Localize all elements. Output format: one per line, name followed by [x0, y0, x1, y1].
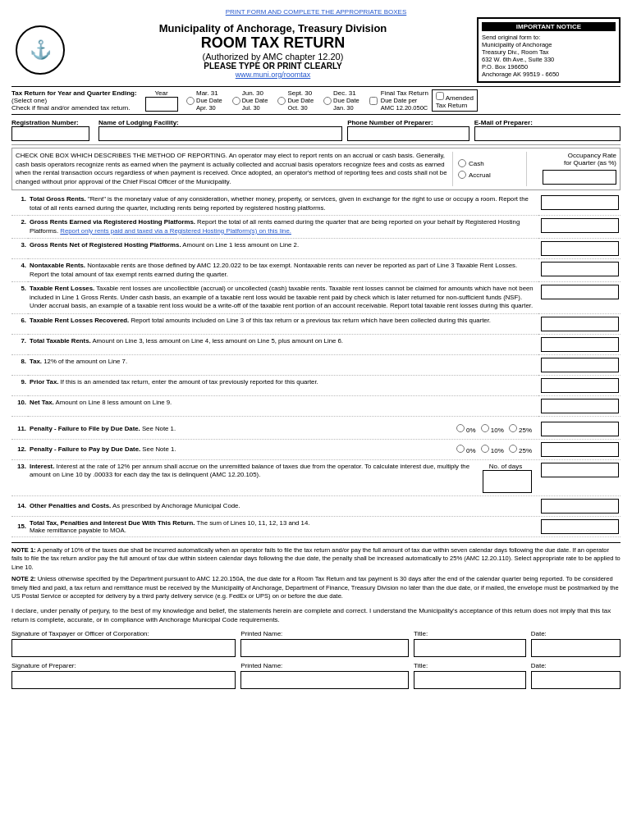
sig2-printed-input[interactable] [240, 671, 409, 689]
line-9-text: If this is an amended tax return, enter … [61, 378, 318, 386]
line-2-title: Gross Rents Earned via Registered Hostin… [30, 218, 195, 226]
quarter-mar-radio[interactable] [186, 97, 195, 105]
line-10-text: Amount on Line 8 less amount on Line 9. [56, 399, 172, 406]
line-4-input[interactable] [541, 262, 619, 276]
sig1-title-input[interactable] [414, 639, 526, 657]
line-14-input[interactable] [541, 499, 619, 514]
line-1-input[interactable] [541, 195, 619, 210]
sig2-title-input[interactable] [414, 671, 526, 689]
sig2-signature-input[interactable] [11, 671, 236, 689]
line-10-row: 10. Net Tax. Amount on Line 8 less amoun… [11, 395, 621, 416]
no-of-days-input[interactable] [483, 470, 532, 493]
title-line1: Municipality of Anchorage, Treasury Divi… [69, 22, 477, 34]
note1-paragraph: NOTE 1: A penalty of 10% of the taxes du… [11, 546, 621, 573]
penalty-11-input[interactable] [541, 422, 619, 436]
occupancy-input[interactable] [543, 170, 616, 185]
email-input[interactable] [474, 126, 621, 141]
penalty-11-25-radio[interactable] [509, 424, 517, 432]
line-9-input[interactable] [541, 378, 619, 393]
lodging-label: Name of Lodging Facility: [98, 119, 342, 126]
notes-section: NOTE 1: A penalty of 10% of the taxes du… [11, 542, 621, 601]
line-9-num: 9. [11, 375, 28, 395]
line-9-row: 9. Prior Tax. If this is an amended tax … [11, 375, 621, 395]
penalty-12-text: See Note 1. [142, 445, 176, 453]
amended-checkbox[interactable] [436, 92, 444, 100]
reg-number-label: Registration Number: [11, 119, 94, 126]
line-9-desc: Prior Tax. If this is an amended tax ret… [28, 375, 538, 395]
sig1-signature-input[interactable] [11, 639, 236, 657]
line-10-title: Net Tax. [30, 399, 54, 406]
line-5-input[interactable] [541, 285, 619, 299]
title-line2: ROOM TAX RETURN [69, 34, 477, 52]
note2-label: NOTE 2: [11, 575, 36, 582]
line-4-title: Nontaxable Rents. [30, 262, 85, 269]
penalty-12-input-cell [537, 442, 619, 457]
line-1-num: 1. [11, 193, 28, 216]
line-2-num: 2. [11, 216, 28, 239]
interest-text: Interest at the rate of 12% per annum sh… [30, 463, 469, 479]
quarter-options: Mar. 31Due DateApr. 30 Jun. 30Due DateJu… [186, 89, 360, 112]
line-7-title: Total Taxable Rents. [30, 337, 91, 345]
line-6-input[interactable] [541, 317, 619, 331]
method-text-content: CHECK ONE BOX WHICH DESCRIBES THE METHOD… [16, 152, 447, 185]
sig2-date-input[interactable] [531, 671, 621, 689]
quarter-jun-radio[interactable] [232, 97, 240, 105]
cash-radio[interactable] [458, 159, 466, 167]
quarter-sep-radio[interactable] [277, 97, 286, 105]
no-of-days-section: No. of days [479, 463, 532, 493]
line-14-text: As prescribed by Anchorage Municipal Cod… [112, 502, 240, 509]
lodging-input[interactable] [98, 126, 342, 141]
line-8-input[interactable] [541, 358, 619, 372]
penalty-12-10-radio[interactable] [481, 445, 489, 453]
line-3-input[interactable] [541, 241, 619, 256]
print-link[interactable]: PRINT FORM AND COMPLETE THE APPROPRIATE … [11, 8, 621, 16]
quarter-dec-radio[interactable] [323, 97, 332, 105]
penalty-11-input-cell [537, 422, 619, 436]
accrual-radio[interactable] [458, 171, 466, 179]
line-9-input-cell [538, 375, 621, 395]
header-section: ⚓ Municipality of Anchorage, Treasury Di… [11, 17, 621, 83]
line-6-text: Report total amounts included on Line 3 … [131, 317, 491, 324]
line-4-num: 4. [11, 259, 28, 282]
penalty-11-10-radio[interactable] [481, 424, 489, 432]
year-column: Year [143, 89, 180, 112]
line-1-text: "Rent" is the monetary value of any cons… [30, 195, 529, 212]
line-6-row: 6. Taxable Rent Losses Recovered. Report… [11, 313, 621, 334]
phone-input[interactable] [347, 126, 469, 141]
reg-number-input[interactable] [11, 126, 89, 141]
line-10-input[interactable] [541, 399, 619, 413]
line-6-title: Taxable Rent Losses Recovered. [30, 317, 129, 324]
quarter-jun: Jun. 30Due DateJul. 30 [232, 89, 268, 112]
line-6-num: 6. [11, 313, 28, 334]
line-7-input[interactable] [541, 337, 619, 352]
line-15-desc: Total Tax, Penalties and Interest Due Wi… [30, 519, 537, 534]
line-14-desc: Other Penalties and Costs. As prescribed… [30, 502, 537, 509]
please-type: PLEASE TYPE OR PRINT CLEARLY [69, 62, 477, 71]
logo-area: ⚓ [11, 25, 69, 75]
penalty-11-0-radio[interactable] [456, 424, 465, 432]
interest-desc: Interest. Interest at the rate of 12% pe… [30, 463, 474, 480]
sig1-date-input[interactable] [531, 639, 621, 657]
penalty-12-25-radio[interactable] [509, 445, 517, 453]
year-input[interactable] [145, 97, 178, 112]
sig1-printed-input[interactable] [240, 639, 409, 657]
declaration-section: I declare, under penalty of perjury, to … [11, 606, 621, 625]
line-15-input[interactable] [541, 519, 619, 534]
occupancy-rate-section: Occupancy Rate for Quarter (as %) [526, 152, 616, 186]
amended-box: AmendedTax Return [432, 89, 478, 112]
line-3-num: 3. [11, 239, 28, 259]
penalty-12-0-radio[interactable] [456, 445, 465, 453]
website-url[interactable]: www.muni.org/roomtax [69, 71, 477, 79]
penalty-12-title: Penalty - Failure to Pay by Due Date. [30, 445, 140, 453]
line-2-row: 2. Gross Rents Earned via Registered Hos… [11, 216, 621, 239]
final-tax-checkbox[interactable] [369, 97, 378, 105]
interest-input-cell [537, 463, 619, 477]
line-5-title: Taxable Rent Losses. [30, 285, 94, 292]
sig2-title-label: Title: [414, 662, 526, 669]
email-label: E-Mail of Preparer: [474, 119, 621, 126]
penalty-12-input[interactable] [541, 442, 619, 457]
interest-input[interactable] [541, 463, 619, 477]
line-2-input[interactable] [541, 218, 619, 233]
line-3-text: Amount on Line 1 less amount on Line 2. [182, 241, 299, 249]
year-quarter-label: Tax Return for Year and Quarter Ending: … [11, 89, 143, 112]
